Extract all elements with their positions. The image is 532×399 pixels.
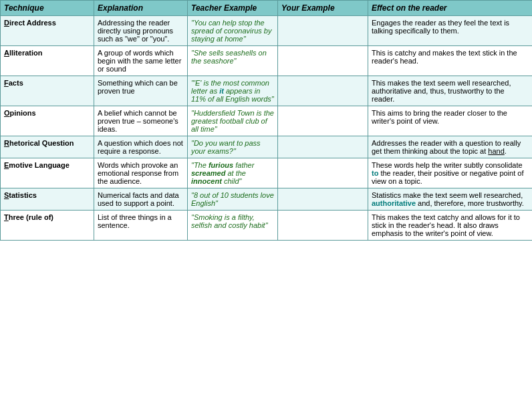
table-row: Three (rule of)List of three things in a… [1, 211, 533, 241]
technique-first-letter: D [4, 19, 9, 27]
teacher-example-cell-alliteration: "She sells seashells on the seashore" [188, 46, 278, 76]
technique-cell-rhetorical-question: Rhetorical Question [1, 136, 94, 158]
table-row: StatisticsNumerical facts and data used … [1, 188, 533, 211]
effect-cell-three-rule-of: This makes the text catchy and allows fo… [368, 211, 533, 241]
table-row: Emotive LanguageWords which provoke an e… [1, 158, 533, 188]
teacher-example-cell-three-rule-of: "Smoking is a filthy, selfish and costly… [188, 211, 278, 241]
technique-first-letter: S [4, 191, 9, 199]
teacher-example-cell-emotive-language: "The furious father screamed at the inno… [188, 158, 278, 188]
explanation-cell-direct-address: Addressing the reader directly using pro… [94, 16, 188, 46]
your-example-cell-emotive-language[interactable] [278, 158, 368, 188]
your-example-cell-three-rule-of[interactable] [278, 211, 368, 241]
effect-cell-alliteration: This is catchy and makes the text stick … [368, 46, 533, 76]
technique-first-letter: A [4, 49, 9, 57]
explanation-cell-emotive-language: Words which provoke an emotional respons… [94, 158, 188, 188]
explanation-cell-facts: Something which can be proven true [94, 76, 188, 106]
technique-first-letter: F [4, 79, 9, 87]
technique-cell-statistics: Statistics [1, 188, 94, 211]
your-example-cell-statistics[interactable] [278, 188, 368, 211]
technique-cell-opinions: Opinions [1, 106, 94, 136]
technique-first-letter: T [4, 213, 9, 221]
header-teacher-example: Teacher Example [188, 1, 278, 16]
header-explanation: Explanation [94, 1, 188, 16]
table-row: Rhetorical QuestionA question which does… [1, 136, 533, 158]
teacher-example-cell-statistics: "8 out of 10 students love English" [188, 188, 278, 211]
your-example-cell-direct-address[interactable] [278, 16, 368, 46]
effect-cell-facts: This makes the text seem well researched… [368, 76, 533, 106]
technique-first-letter: O [4, 109, 10, 117]
teacher-example-cell-rhetorical-question: "Do you want to pass your exams?" [188, 136, 278, 158]
technique-cell-alliteration: Alliteration [1, 46, 94, 76]
effect-cell-rhetorical-question: Addresses the reader with a question to … [368, 136, 533, 158]
effect-cell-opinions: This aims to bring the reader closer to … [368, 106, 533, 136]
explanation-cell-three-rule-of: List of three things in a sentence. [94, 211, 188, 241]
technique-first-letter: E [4, 161, 9, 169]
header-technique: Technique [1, 1, 94, 16]
header-effect: Effect on the reader [368, 1, 533, 16]
your-example-cell-facts[interactable] [278, 76, 368, 106]
technique-cell-three-rule-of: Three (rule of) [1, 211, 94, 241]
technique-cell-facts: Facts [1, 76, 94, 106]
your-example-cell-rhetorical-question[interactable] [278, 136, 368, 158]
technique-first-letter: R [4, 139, 9, 147]
effect-cell-emotive-language: These words help the writer subtly conso… [368, 158, 533, 188]
explanation-cell-statistics: Numerical facts and data used to support… [94, 188, 188, 211]
explanation-cell-opinions: A belief which cannot be proven true – s… [94, 106, 188, 136]
teacher-example-cell-opinions: "Huddersfield Town is the greatest footb… [188, 106, 278, 136]
table-row: FactsSomething which can be proven true"… [1, 76, 533, 106]
explanation-cell-alliteration: A group of words which begin with the sa… [94, 46, 188, 76]
main-table: Technique Explanation Teacher Example Yo… [0, 0, 532, 241]
teacher-example-cell-facts: "'E' is the most common letter as it app… [188, 76, 278, 106]
header-row: Technique Explanation Teacher Example Yo… [1, 1, 533, 16]
your-example-cell-alliteration[interactable] [278, 46, 368, 76]
table-row: Direct AddressAddressing the reader dire… [1, 16, 533, 46]
your-example-cell-opinions[interactable] [278, 106, 368, 136]
technique-cell-direct-address: Direct Address [1, 16, 94, 46]
teacher-example-cell-direct-address: "You can help stop the spread of coronav… [188, 16, 278, 46]
effect-cell-direct-address: Engages the reader as they feel the text… [368, 16, 533, 46]
effect-cell-statistics: Statistics make the text seem well resea… [368, 188, 533, 211]
table-row: AlliterationA group of words which begin… [1, 46, 533, 76]
header-your-example: Your Example [278, 1, 368, 16]
technique-cell-emotive-language: Emotive Language [1, 158, 94, 188]
table-row: OpinionsA belief which cannot be proven … [1, 106, 533, 136]
explanation-cell-rhetorical-question: A question which does not require a resp… [94, 136, 188, 158]
